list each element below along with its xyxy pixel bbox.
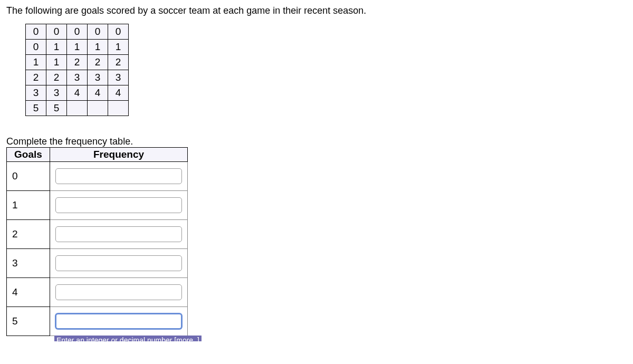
goal-label: 5 (7, 307, 50, 336)
data-cell: 1 (26, 55, 46, 70)
data-cell: 0 (26, 24, 46, 40)
data-cell: 1 (88, 40, 108, 55)
data-cell: 1 (46, 55, 67, 70)
data-cell: 1 (108, 40, 129, 55)
frequency-input-2[interactable] (55, 226, 182, 242)
frequency-input-0[interactable] (55, 168, 182, 184)
header-frequency: Frequency (50, 148, 188, 162)
data-cell: 2 (46, 70, 67, 85)
frequency-table: Goals Frequency 0 1 2 3 4 5 Enter an int… (6, 147, 188, 336)
instruction-text: Complete the frequency table. (6, 136, 627, 147)
data-cell: 2 (108, 55, 129, 70)
data-cell: 4 (88, 85, 108, 101)
intro-text: The following are goals scored by a socc… (6, 5, 627, 16)
data-cell: 1 (46, 40, 67, 55)
data-cell: 3 (67, 70, 88, 85)
input-tooltip[interactable]: Enter an integer or decimal number [more… (54, 336, 202, 341)
data-cell (108, 101, 129, 116)
data-cell: 2 (26, 70, 46, 85)
data-cell: 3 (108, 70, 129, 85)
goal-label: 2 (7, 220, 50, 249)
frequency-input-1[interactable] (55, 197, 182, 213)
data-cell: 0 (46, 24, 67, 40)
data-cell: 5 (46, 101, 67, 116)
frequency-input-4[interactable] (55, 284, 182, 300)
goal-label: 3 (7, 249, 50, 278)
frequency-input-3[interactable] (55, 255, 182, 271)
data-cell: 0 (108, 24, 129, 40)
data-cell (67, 101, 88, 116)
data-cell: 2 (67, 55, 88, 70)
data-cell: 3 (46, 85, 67, 101)
goal-label: 4 (7, 278, 50, 307)
data-cell: 3 (88, 70, 108, 85)
header-goals: Goals (7, 148, 50, 162)
data-cell (88, 101, 108, 116)
data-cell: 4 (67, 85, 88, 101)
data-cell: 3 (26, 85, 46, 101)
data-cell: 2 (88, 55, 108, 70)
data-cell: 0 (26, 40, 46, 55)
data-cell: 0 (67, 24, 88, 40)
data-cell: 1 (67, 40, 88, 55)
data-cell: 4 (108, 85, 129, 101)
goal-label: 1 (7, 191, 50, 220)
goal-label: 0 (7, 162, 50, 191)
frequency-input-5[interactable] (55, 313, 182, 329)
data-cell: 5 (26, 101, 46, 116)
data-cell: 0 (88, 24, 108, 40)
data-grid-table: 0 0 0 0 0 0 1 1 1 1 1 1 2 2 2 2 2 3 3 3 … (25, 24, 129, 116)
